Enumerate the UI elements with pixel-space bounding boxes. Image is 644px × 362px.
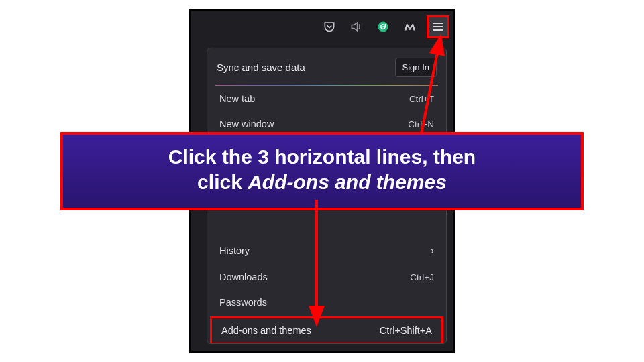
menu-item-label: History <box>219 245 250 256</box>
chevron-right-icon: › <box>431 245 434 257</box>
menu-item-shortcut: Ctrl+Shift+A <box>380 325 432 336</box>
sync-label: Sync and save data <box>217 62 305 73</box>
menu-item-passwords[interactable]: Passwords <box>207 290 446 315</box>
menu-item-label: Passwords <box>219 297 267 308</box>
menu-item-shortcut: Ctrl+T <box>409 94 434 104</box>
hamburger-menu-button[interactable] <box>427 15 449 38</box>
menu-item-shortcut: Ctrl+N <box>408 119 434 129</box>
menu-item-addons-themes[interactable]: Add-ons and themes Ctrl+Shift+A <box>210 316 443 344</box>
menu-item-label: New tab <box>219 93 255 104</box>
menu-item-label: Downloads <box>219 272 268 282</box>
menu-item-history[interactable]: History › <box>207 237 446 264</box>
pocket-icon[interactable] <box>319 17 339 37</box>
malwarebytes-icon[interactable] <box>400 17 420 37</box>
menu-item-downloads[interactable]: Downloads Ctrl+J <box>207 264 446 290</box>
menu-item-shortcut: Ctrl+J <box>410 272 434 282</box>
callout-line2: click Add-ons and themes <box>79 170 565 195</box>
callout-line1: Click the 3 horizontal lines, then <box>79 144 565 170</box>
sync-row: Sync and save data Sign In <box>207 48 446 85</box>
signin-button[interactable]: Sign In <box>395 58 437 77</box>
speaker-icon[interactable] <box>346 17 366 37</box>
divider-rainbow <box>215 85 438 86</box>
menu-item-label: New window <box>219 119 274 129</box>
menu-item-new-tab[interactable]: New tab Ctrl+T <box>207 86 446 111</box>
toolbar <box>319 15 449 38</box>
grammarly-icon[interactable] <box>373 17 393 37</box>
hamburger-icon <box>433 23 443 31</box>
menu-item-label: Add-ons and themes <box>221 325 311 336</box>
instruction-callout: Click the 3 horizontal lines, then click… <box>60 132 584 210</box>
